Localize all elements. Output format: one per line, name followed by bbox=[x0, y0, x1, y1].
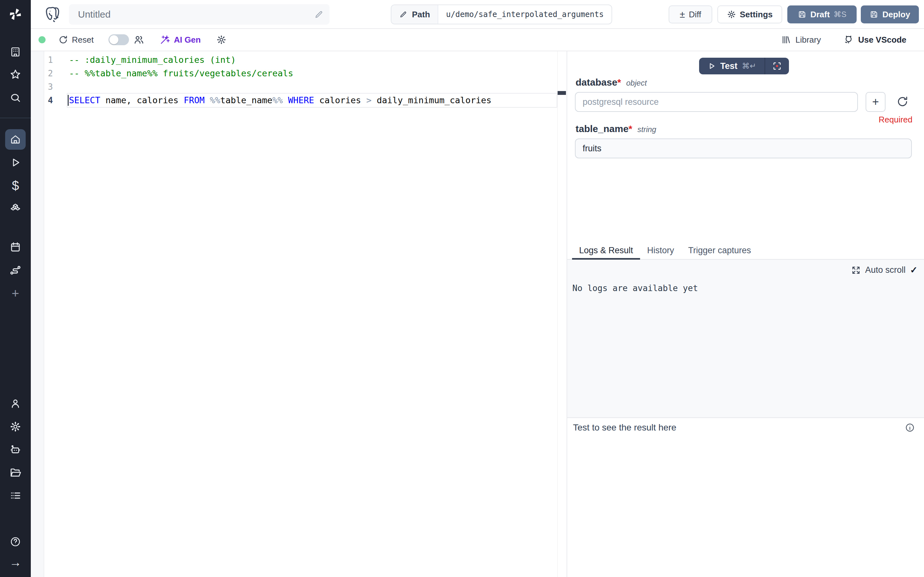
tab-history[interactable]: History bbox=[640, 242, 681, 259]
sidebar-item-resources[interactable] bbox=[0, 199, 31, 219]
result-pane: Test to see the result here bbox=[567, 418, 924, 577]
sidebar-item-search[interactable] bbox=[0, 87, 31, 108]
search-icon bbox=[10, 92, 21, 103]
sidebar-item-favorites[interactable] bbox=[0, 64, 31, 85]
save-draft-button[interactable]: Draft ⌘S bbox=[787, 5, 857, 23]
script-title-field[interactable]: Untitled bbox=[69, 4, 330, 25]
sidebar-divider bbox=[0, 118, 31, 118]
arrow-right-icon: → bbox=[9, 556, 21, 568]
database-field-type: object bbox=[626, 79, 647, 87]
path-label-segment: Path bbox=[391, 5, 438, 24]
deploy-button[interactable]: Deploy bbox=[861, 5, 919, 23]
database-input[interactable] bbox=[575, 92, 858, 112]
refresh-resource-button[interactable] bbox=[897, 95, 909, 108]
required-star: * bbox=[628, 123, 632, 134]
code-line-1[interactable]: 1-- :daily_minimum_calories (int) bbox=[31, 53, 567, 67]
magic-wand-icon bbox=[160, 35, 170, 45]
sidebar-item-variables[interactable]: $ bbox=[0, 175, 31, 196]
logs-pane: Auto scroll ✓ No logs are available yet bbox=[567, 259, 924, 417]
app-window: $ + bbox=[0, 0, 924, 577]
sidebar-item-workers[interactable] bbox=[0, 440, 31, 460]
gear-icon bbox=[10, 421, 21, 432]
line-number: 1 bbox=[31, 53, 53, 67]
dollar-icon: $ bbox=[12, 179, 19, 192]
test-shortcut: ⌘↵ bbox=[742, 61, 756, 71]
sidebar-item-add[interactable]: + bbox=[0, 283, 31, 303]
settings-button[interactable]: Settings bbox=[717, 5, 782, 23]
sidebar-item-home[interactable] bbox=[0, 129, 31, 150]
test-label: Test bbox=[720, 61, 738, 71]
folder-open-icon bbox=[9, 467, 21, 479]
collab-toggle[interactable] bbox=[108, 34, 129, 45]
capture-icon bbox=[772, 61, 782, 71]
sidebar-item-workspace[interactable] bbox=[0, 42, 31, 62]
status-dot bbox=[39, 36, 45, 43]
line-number: 4 bbox=[31, 93, 53, 107]
code-editor[interactable]: 1-- :daily_minimum_calories (int)2-- %%t… bbox=[31, 51, 567, 577]
reset-button[interactable]: Reset bbox=[58, 35, 94, 45]
auto-scroll-label: Auto scroll bbox=[865, 265, 905, 275]
result-placeholder: Test to see the result here bbox=[573, 422, 676, 433]
route-icon bbox=[9, 264, 21, 276]
script-title: Untitled bbox=[69, 9, 314, 20]
line-number: 2 bbox=[31, 67, 53, 80]
logs-empty-message: No logs are available yet bbox=[572, 284, 698, 293]
add-resource-button[interactable]: + bbox=[866, 92, 885, 112]
table-name-field-label: table_name* bbox=[575, 123, 632, 134]
sidebar-item-folders[interactable] bbox=[0, 463, 31, 483]
sidebar-item-expand[interactable]: → bbox=[0, 552, 31, 572]
database-field-label-row: database* object bbox=[575, 77, 647, 88]
overview-cursor-mark bbox=[557, 91, 566, 95]
text-cursor bbox=[68, 95, 69, 106]
user-icon bbox=[10, 398, 21, 409]
code-line-4[interactable]: 4SELECT name, calories FROM %%table_name… bbox=[31, 93, 567, 107]
result-tabs: Logs & Result History Trigger captures bbox=[567, 242, 924, 259]
reset-label: Reset bbox=[72, 35, 94, 45]
table-name-field-label-row: table_name* string bbox=[575, 123, 656, 134]
deploy-label: Deploy bbox=[882, 10, 910, 19]
tab-logs-result[interactable]: Logs & Result bbox=[572, 242, 640, 259]
tab-trigger-captures[interactable]: Trigger captures bbox=[681, 242, 758, 259]
info-icon[interactable] bbox=[905, 422, 915, 433]
help-icon bbox=[10, 536, 21, 548]
ai-gen-label: AI Gen bbox=[174, 35, 201, 45]
capture-button[interactable] bbox=[765, 58, 789, 74]
robot-icon bbox=[9, 444, 21, 456]
sidebar-item-schedules[interactable] bbox=[0, 237, 31, 258]
sidebar-item-audit-logs[interactable] bbox=[0, 485, 31, 506]
list-icon bbox=[9, 490, 21, 502]
script-settings-gear-icon[interactable] bbox=[216, 35, 226, 45]
draft-shortcut: ⌘S bbox=[834, 10, 846, 19]
sidebar-item-settings[interactable] bbox=[0, 416, 31, 437]
code-lines: 1-- :daily_minimum_calories (int)2-- %%t… bbox=[31, 53, 567, 107]
sidebar-item-flows[interactable] bbox=[0, 260, 31, 280]
library-button[interactable]: Library bbox=[781, 35, 821, 45]
sidebar-item-help[interactable] bbox=[0, 532, 31, 552]
editor-toolbar: Reset AI Gen bbox=[31, 29, 924, 51]
windmill-logo[interactable] bbox=[0, 0, 31, 29]
toggle-knob bbox=[110, 35, 118, 44]
use-vscode-label: Use VScode bbox=[858, 35, 906, 45]
use-vscode-button[interactable]: Use VScode bbox=[843, 35, 906, 45]
code-line-2[interactable]: 2-- %%table_name%% fruits/vegetables/cer… bbox=[31, 67, 567, 80]
diff-button[interactable]: ± Diff bbox=[669, 5, 712, 23]
refresh-icon bbox=[897, 95, 909, 108]
library-icon bbox=[781, 35, 791, 45]
database-field-label: database* bbox=[575, 77, 621, 88]
left-sidebar: $ + bbox=[0, 0, 31, 577]
table-name-input[interactable] bbox=[575, 139, 912, 158]
line-code: -- %%table_name%% fruits/vegetables/cere… bbox=[69, 67, 293, 80]
reset-icon bbox=[58, 35, 68, 45]
edit-title-pencil-icon[interactable] bbox=[314, 10, 324, 19]
path-pill[interactable]: Path u/demo/safe_interpolated_arguments bbox=[391, 5, 612, 24]
ai-gen-button[interactable]: AI Gen bbox=[160, 35, 201, 45]
code-line-3[interactable]: 3 bbox=[31, 80, 567, 93]
sidebar-item-user[interactable] bbox=[0, 393, 31, 414]
home-selected-pill bbox=[5, 129, 26, 150]
top-bar: Untitled Path u/demo/safe_interpolated_a… bbox=[31, 0, 924, 29]
sidebar-item-runs[interactable] bbox=[0, 152, 31, 173]
windmill-logo-icon bbox=[8, 7, 23, 22]
test-button[interactable]: Test ⌘↵ bbox=[699, 58, 764, 74]
edit-path-pencil-icon bbox=[399, 10, 407, 19]
auto-scroll-toggle[interactable]: Auto scroll ✓ bbox=[851, 265, 918, 276]
